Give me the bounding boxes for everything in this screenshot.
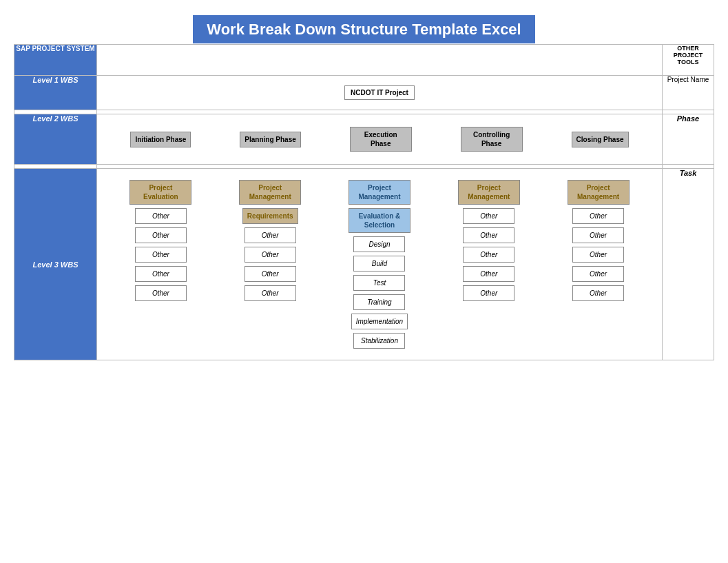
sap-label: SAP PROJECT SYSTEM: [14, 45, 97, 76]
phase-col-initiation: Initiation Phase: [130, 132, 191, 147]
task-execution-4: Build: [353, 256, 405, 272]
task-initiation-2: Other: [135, 208, 187, 224]
task-execution-8: Stabilization: [353, 333, 405, 349]
task-initiation-6: Other: [135, 285, 187, 301]
phase-execution: Execution Phase: [350, 127, 412, 152]
task-col-execution: Project Management Evaluation & Selectio…: [349, 180, 410, 349]
task-controlling-1: Project Management: [458, 180, 520, 205]
phase-planning: Planning Phase: [240, 132, 300, 147]
task-closing-5: Other: [572, 266, 624, 282]
task-controlling-6: Other: [463, 285, 514, 301]
project-name-label: Project Name: [663, 76, 714, 110]
task-planning-1: Project Management: [239, 180, 301, 205]
task-col-planning: Project Management Requirements Other Ot…: [239, 180, 301, 301]
task-planning-4: Other: [245, 247, 296, 263]
task-execution-1: Project Management: [349, 180, 410, 205]
task-planning-6: Other: [245, 285, 296, 301]
task-execution-5: Test: [353, 275, 405, 291]
phase-label: Phase: [663, 114, 714, 165]
row-sap: SAP PROJECT SYSTEM OTHER PROJECT TOOLS: [14, 45, 714, 76]
row-level2: Level 2 WBS Initiation Phase Planning Ph…: [14, 114, 714, 165]
task-planning-3: Other: [245, 227, 296, 243]
task-initiation-5: Other: [135, 266, 187, 282]
task-controlling-4: Other: [463, 247, 514, 263]
phases-row: Initiation Phase Planning Phase Executio…: [101, 121, 658, 157]
task-closing-6: Other: [572, 285, 624, 301]
tasks-row: Project Evaluation Other Other Other Oth…: [101, 174, 658, 354]
task-controlling-3: Other: [463, 227, 514, 243]
phase-col-execution: Execution Phase: [350, 127, 412, 152]
wbs-table: SAP PROJECT SYSTEM OTHER PROJECT TOOLS L…: [14, 44, 714, 360]
main-title: Work Break Down Structure Template Excel: [193, 15, 534, 43]
phases-content: Initiation Phase Planning Phase Executio…: [97, 114, 663, 165]
phase-initiation: Initiation Phase: [130, 132, 191, 147]
task-controlling-2: Other: [463, 208, 514, 224]
task-controlling-5: Other: [463, 266, 514, 282]
phase-col-planning: Planning Phase: [240, 132, 300, 147]
task-execution-6: Training: [353, 294, 405, 310]
row-level3: Level 3 WBS Project Evaluation Other Oth…: [14, 169, 714, 360]
sap-content: [97, 45, 663, 76]
task-initiation-1: Project Evaluation: [129, 180, 191, 205]
task-planning-5: Other: [245, 266, 296, 282]
task-col-initiation: Project Evaluation Other Other Other Oth…: [129, 180, 191, 301]
task-initiation-4: Other: [135, 247, 187, 263]
level1-wbs-label: Level 1 WBS: [14, 76, 97, 110]
row-level1: Level 1 WBS NCDOT IT Project Project Nam…: [14, 76, 714, 110]
task-col-closing: Project Management Other Other Other Oth…: [568, 180, 630, 301]
level3-wbs-label: Level 3 WBS: [14, 169, 97, 360]
task-execution-2: Evaluation & Selection: [349, 208, 410, 233]
phase-closing: Closing Phase: [572, 132, 629, 147]
task-execution-3: Design: [353, 236, 405, 252]
phase-col-closing: Closing Phase: [572, 132, 629, 147]
task-execution-7: Implementation: [351, 314, 408, 329]
other-project-tools-label: OTHER PROJECT TOOLS: [663, 45, 714, 76]
title-row: Work Break Down Structure Template Excel: [14, 14, 714, 44]
page-wrapper: Work Break Down Structure Template Excel…: [14, 14, 714, 360]
task-closing-3: Other: [572, 227, 624, 243]
task-initiation-3: Other: [135, 227, 187, 243]
task-label: Task: [663, 169, 714, 360]
task-col-controlling: Project Management Other Other Other Oth…: [458, 180, 520, 301]
phase-col-controlling: Controlling Phase: [461, 127, 523, 152]
task-closing-2: Other: [572, 208, 624, 224]
task-closing-4: Other: [572, 247, 624, 263]
phase-controlling: Controlling Phase: [461, 127, 523, 152]
task-planning-2: Requirements: [242, 208, 298, 224]
task-closing-1: Project Management: [568, 180, 630, 205]
ncdot-box: NCDOT IT Project: [344, 85, 415, 100]
level1-content: NCDOT IT Project: [97, 76, 663, 110]
level2-wbs-label: Level 2 WBS: [14, 114, 97, 165]
tasks-content: Project Evaluation Other Other Other Oth…: [97, 169, 663, 360]
